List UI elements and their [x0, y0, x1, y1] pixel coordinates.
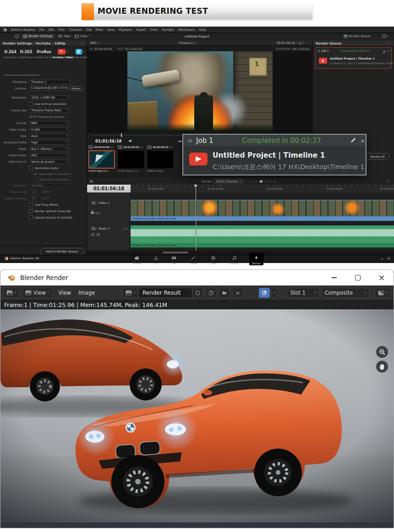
maximize-button[interactable]	[346, 270, 370, 285]
browse-button[interactable]: Browse	[69, 86, 83, 91]
add-to-render-queue-button[interactable]: Add to Render Queue	[40, 248, 84, 255]
go-to-start-icon[interactable]: |◀◀	[178, 140, 181, 143]
input-file-name[interactable]: Timeline 1	[29, 80, 70, 84]
zoom-tool-button[interactable]	[376, 346, 388, 358]
preset-youtube[interactable]: ▾YouTube 1080p	[54, 49, 72, 62]
remove-job-icon[interactable]: ×	[360, 137, 365, 144]
menu-timeline[interactable]: Timeline	[69, 28, 82, 32]
clip-thumbnail[interactable]	[147, 150, 174, 169]
menu-workspace[interactable]: Workspace	[178, 28, 195, 32]
render-queue-toolbar-button[interactable]: Render Queue	[341, 33, 373, 39]
slot-toggle-caret[interactable]: ▾	[271, 288, 278, 298]
audio-waveform-toggle-icon[interactable]: ♪	[387, 179, 389, 183]
render-range-dropdown[interactable]: Entire Timeline▾	[213, 179, 244, 184]
select-frame-rate[interactable]: Timeline Frame Rate▾	[29, 108, 70, 113]
menu-playback[interactable]: Playback	[119, 28, 132, 32]
menu-color[interactable]: Color	[150, 28, 158, 32]
open-folder-icon[interactable]	[219, 288, 230, 298]
render-clip-03[interactable]: 0300:00:00:00V1MPEG4 Video	[147, 145, 175, 178]
edit-job-icon[interactable]	[350, 137, 356, 145]
settings-gear-icon[interactable]: ⚙	[387, 257, 390, 261]
presets-scrollbar[interactable]	[4, 75, 39, 76]
playhead-line[interactable]	[196, 186, 196, 251]
menu-clip[interactable]: Clip	[86, 28, 92, 32]
checkbox[interactable]	[29, 102, 33, 106]
more-options-icon[interactable]: ···	[79, 42, 84, 45]
viewer-zoom-dropdown[interactable]: 49%▾	[90, 41, 98, 45]
render-clip-01[interactable]: 0100:00:00:00V1H.264 High L5.1	[88, 145, 117, 178]
video-clip-name-bar[interactable]: Titanfall Cinematic Trailer 4K.mp4	[131, 216, 394, 221]
preset-h-264[interactable]: H.264HyperDeck	[3, 49, 18, 62]
view-mode-dropdown[interactable]: View ▾	[22, 288, 52, 298]
menu-edit[interactable]: Edit	[49, 28, 55, 32]
minimize-button[interactable]	[322, 270, 346, 285]
select-standard[interactable]: YouTube▾	[29, 183, 70, 188]
menu-mark[interactable]: Mark	[96, 28, 103, 32]
page-tab-fairlight[interactable]: Fairlight	[226, 253, 242, 265]
menu-trim[interactable]: Trim	[58, 28, 65, 32]
menu-fairlight[interactable]: Fairlight	[162, 28, 174, 32]
audio-clip-name-bar[interactable]: Titanfall Cinematic Trailer 4K.mp4	[131, 243, 394, 247]
page-tab-cut[interactable]: Cut	[151, 253, 161, 265]
select-data-burn-in[interactable]: Same as project▾	[29, 159, 70, 164]
audio-clip-waveform[interactable]	[131, 225, 394, 243]
checkbox[interactable]	[29, 209, 33, 213]
clip-thumbnail[interactable]	[118, 150, 144, 169]
video-track-header[interactable]: V1 Video 1	[91, 201, 109, 205]
display-channels-dropdown[interactable]: ▾	[375, 288, 391, 298]
input-location[interactable]: C:\Users\크로스헤어 17 HX\Desktop	[29, 86, 67, 91]
mute-button[interactable]: M	[96, 233, 100, 236]
close-button[interactable]: ×	[370, 270, 394, 285]
audio-track-header[interactable]: A1 Audio 1 2.0	[91, 226, 127, 230]
select-video-codec[interactable]: H.264▾	[29, 127, 70, 132]
select-audio[interactable]: Bus 1 (Stereo)▾	[29, 147, 70, 151]
image-name-field[interactable]: Render Result	[138, 288, 192, 298]
more-options-icon[interactable]: ···	[387, 42, 391, 45]
checkbox[interactable]	[29, 215, 33, 219]
select-resolution[interactable]: 1920 x 1080 HD▾	[29, 95, 70, 100]
preset-vimeo[interactable]: V▾Vimeo 1080p	[72, 49, 88, 62]
checkbox[interactable]	[29, 203, 33, 207]
scrubber-handle[interactable]	[121, 133, 122, 137]
edit-job-icon[interactable]	[383, 47, 386, 55]
render-all-button[interactable]: Render All	[366, 153, 389, 159]
render-clip-02[interactable]: 0200:00:00:00V1H.264 High L5.1	[118, 145, 146, 178]
blender-menu-view[interactable]: View	[55, 290, 75, 296]
pan-tool-button[interactable]	[376, 361, 388, 373]
page-tab-fusion[interactable]: Fusion	[186, 253, 200, 265]
pass-dropdown[interactable]: Composite▾	[322, 288, 369, 298]
checkbox[interactable]	[29, 166, 33, 170]
timeline-options-icon[interactable]: ▤	[90, 180, 93, 183]
sidebar-toggle-left-icon[interactable]: ›	[1, 350, 3, 354]
remove-job-icon[interactable]: ×	[387, 49, 389, 53]
timeline-zoom-slider[interactable]: −+	[246, 180, 276, 183]
speaker-icon[interactable]	[128, 139, 133, 143]
menu-davinci-resolve[interactable]: DaVinci Resolve	[11, 28, 35, 32]
duplicate-icon[interactable]	[206, 288, 217, 298]
menu-file[interactable]: File	[39, 28, 44, 32]
zoom-knob[interactable]	[260, 180, 263, 183]
slot-dropdown[interactable]: Slot 1▾	[287, 288, 319, 298]
page-tab-deliver[interactable]: Deliver	[249, 253, 263, 265]
preset-h-265[interactable]: H.265H.265 Master	[18, 49, 34, 62]
solo-button[interactable]: S	[91, 233, 95, 236]
clip-thumbnail[interactable]	[88, 150, 115, 169]
blender-menu-image[interactable]: Image	[75, 290, 98, 296]
menu-help[interactable]: Help	[199, 28, 206, 32]
render-slot-toggle[interactable]	[259, 288, 270, 298]
timeline-ruler[interactable]: 01:01:52:0001:02:00:0001:02:08:0001:02:1…	[131, 185, 394, 193]
menu-view[interactable]: View	[107, 28, 115, 32]
select-format[interactable]: MP4▾	[29, 121, 70, 126]
workspace-layout-icon[interactable]: ▾	[382, 34, 389, 38]
preset-prores[interactable]: ProResProRes 422 HQ	[34, 49, 54, 62]
home-icon[interactable]: ⌂	[381, 257, 383, 261]
editor-type-dropdown[interactable]: ▾	[3, 288, 19, 298]
page-tab-edit[interactable]: Edit	[169, 253, 179, 265]
menu-fusion[interactable]: Fusion	[136, 28, 146, 32]
input-target-level[interactable]: -1.0	[29, 190, 41, 194]
page-tab-color[interactable]: Color	[207, 253, 219, 265]
fake-user-shield-icon[interactable]	[192, 288, 203, 298]
unlink-icon[interactable]: ×	[232, 288, 243, 298]
page-tab-media[interactable]: Media	[131, 253, 143, 265]
viewer-timeline-dropdown[interactable]: Timeline 1 ▾	[98, 41, 276, 45]
